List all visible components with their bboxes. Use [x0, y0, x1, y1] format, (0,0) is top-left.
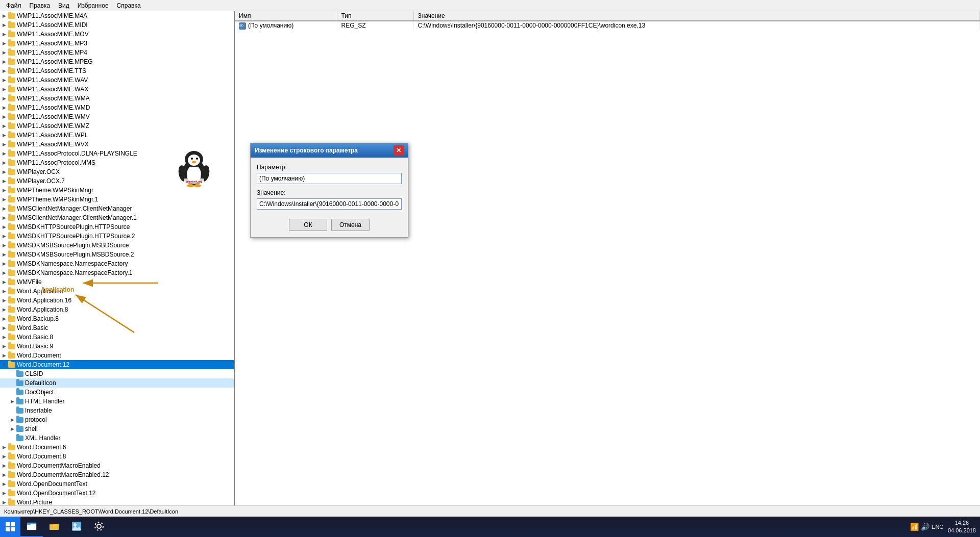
param-input[interactable] — [257, 173, 402, 184]
dialog-close-button[interactable]: ✕ — [394, 145, 404, 156]
dialog-buttons: ОК Отмена — [257, 219, 402, 231]
svg-rect-24 — [27, 524, 36, 530]
tray-network-icon: 📶 — [910, 523, 919, 531]
tray-icons: 📶 🔊 ENG — [910, 523, 944, 531]
dialog-body: Параметр: Значение: ОК Отмена — [251, 158, 408, 237]
svg-rect-21 — [6, 527, 10, 531]
clock-time: 14:26 — [948, 519, 976, 527]
tray-volume-icon: 🔊 — [921, 523, 929, 531]
svg-rect-19 — [6, 522, 10, 526]
taskbar-folder[interactable] — [43, 517, 65, 537]
dialog-titlebar: Изменение строкового параметра ✕ — [251, 143, 408, 158]
taskbar-clock[interactable]: 14:26 04.06.2018 — [948, 519, 976, 535]
lang-indicator: ENG — [932, 524, 944, 530]
svg-rect-27 — [50, 524, 53, 525]
taskbar-photos[interactable] — [65, 517, 88, 537]
param-label: Параметр: — [257, 164, 402, 171]
clock-date: 04.06.2018 — [948, 527, 976, 534]
ok-button[interactable]: ОК — [289, 219, 327, 231]
dialog-title: Изменение строкового параметра — [255, 147, 358, 154]
start-button[interactable] — [0, 517, 20, 537]
string-param-dialog: Изменение строкового параметра ✕ Парамет… — [250, 143, 408, 238]
cancel-button[interactable]: Отмена — [331, 219, 370, 231]
taskbar-system-tray: 📶 🔊 ENG 14:26 04.06.2018 — [910, 519, 980, 535]
value-label: Значение: — [257, 189, 402, 196]
svg-rect-20 — [11, 522, 15, 526]
dialog-overlay: Изменение строкового параметра ✕ Парамет… — [0, 0, 980, 537]
taskbar-settings[interactable] — [88, 517, 110, 537]
taskbar: 📶 🔊 ENG 14:26 04.06.2018 — [0, 517, 980, 537]
value-input[interactable] — [257, 198, 402, 210]
svg-point-31 — [97, 524, 101, 528]
svg-rect-22 — [11, 527, 15, 531]
svg-point-32 — [95, 522, 103, 530]
svg-rect-25 — [27, 523, 31, 525]
taskbar-file-manager[interactable] — [20, 517, 43, 537]
